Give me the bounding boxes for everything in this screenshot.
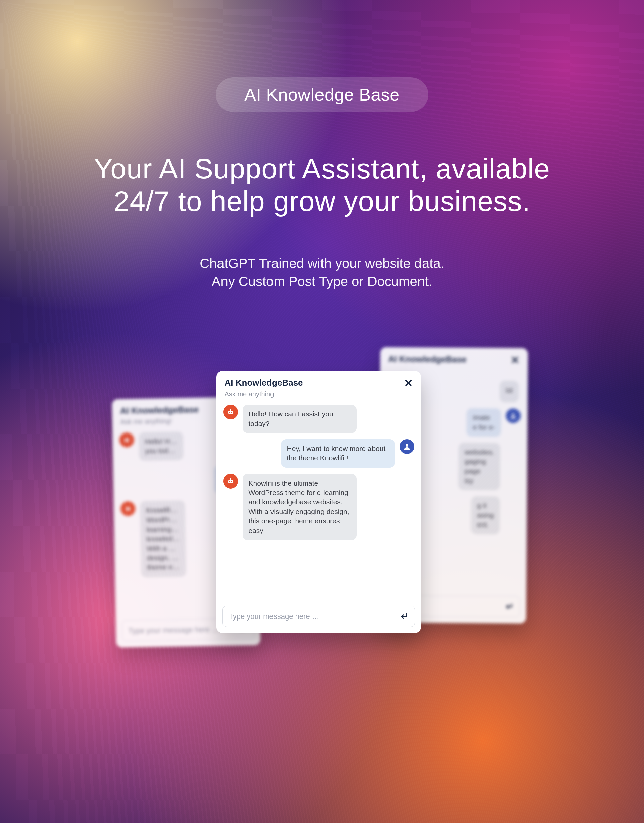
svg-point-8 <box>512 413 514 416</box>
chat-bubble: Hey, I want to know more about the theme… <box>281 439 395 468</box>
chat-input-placeholder: Type your message here … <box>128 625 219 635</box>
svg-point-16 <box>231 481 232 482</box>
svg-rect-12 <box>230 409 231 411</box>
chat-header: AI KnowledgeBase Ask me anything! ✕ <box>216 371 421 400</box>
hero-headline: Your AI Support Assistant, available 24/… <box>94 152 550 217</box>
chat-bubble: Hello! How can I assist you today? <box>243 405 357 433</box>
chat-bubble: Knowlifi… WordPr… learning… knowled… Wit… <box>140 501 186 577</box>
svg-rect-4 <box>126 508 130 511</box>
hero-subtext: ChatGPT Trained with your website data. … <box>200 254 444 290</box>
close-icon[interactable]: ✕ <box>404 378 413 388</box>
bot-avatar-icon <box>120 501 135 516</box>
svg-rect-17 <box>230 479 231 480</box>
subtext-line-1: ChatGPT Trained with your website data. <box>200 256 444 271</box>
hero-section: AI Knowledge Base Your AI Support Assist… <box>0 0 644 673</box>
chat-bubble: Knowlifi is the ultimate WordPress theme… <box>243 474 357 540</box>
bot-avatar-icon <box>119 433 134 448</box>
chat-input-placeholder: Type your message here … <box>229 612 319 621</box>
chat-bubble: Hello! H… you tod… <box>139 431 183 461</box>
svg-rect-9 <box>228 411 233 414</box>
close-icon[interactable]: ✕ <box>511 355 520 365</box>
user-avatar-icon <box>400 439 414 454</box>
headline-line-1: Your AI Support Assistant, available <box>94 153 550 184</box>
svg-point-11 <box>231 412 232 413</box>
svg-rect-14 <box>228 480 233 483</box>
svg-point-15 <box>229 481 230 482</box>
bot-avatar-icon <box>223 405 238 419</box>
svg-rect-0 <box>124 439 129 442</box>
send-icon[interactable]: ↵ <box>401 611 409 622</box>
chat-message-bot: Hello! How can I assist you today? <box>223 405 414 433</box>
subtext-line-2: Any Custom Post Type or Document. <box>212 274 432 289</box>
user-avatar-icon <box>506 408 520 424</box>
svg-rect-3 <box>126 438 127 439</box>
chat-message-user: Hey, I want to know more about the theme… <box>223 439 414 468</box>
chat-input[interactable]: Type your message here … ↵ <box>222 606 415 627</box>
chat-bubble: ist <box>499 381 518 402</box>
chat-title: AI KnowledgeBase <box>388 354 511 365</box>
chat-preview-stage: AI KnowledgeBase Ask me anything! Hello!… <box>104 338 540 673</box>
chat-body: Hello! How can I assist you today? Hey, … <box>216 400 421 602</box>
chat-bubble: imate e for e- <box>466 408 501 437</box>
svg-point-13 <box>406 444 408 447</box>
chat-bubble: websites. gaging page isy <box>458 442 500 490</box>
chat-message-bot: Knowlifi is the ultimate WordPress theme… <box>223 474 414 540</box>
svg-point-10 <box>229 412 230 413</box>
chat-subtitle: Ask me anything! <box>224 390 404 398</box>
chat-header: AI KnowledgeBase ✕ <box>380 347 527 368</box>
chat-window-main: AI KnowledgeBase Ask me anything! ✕ Hell… <box>216 371 421 633</box>
badge-pill: AI Knowledge Base <box>216 77 428 112</box>
svg-rect-7 <box>127 506 128 508</box>
chat-title: AI KnowledgeBase <box>224 378 404 388</box>
send-icon[interactable]: ↵ <box>506 601 514 612</box>
bot-avatar-icon <box>223 474 238 488</box>
chat-bubble: g it asing ent. <box>471 496 500 534</box>
headline-line-2: 24/7 to help grow your business. <box>114 185 530 217</box>
